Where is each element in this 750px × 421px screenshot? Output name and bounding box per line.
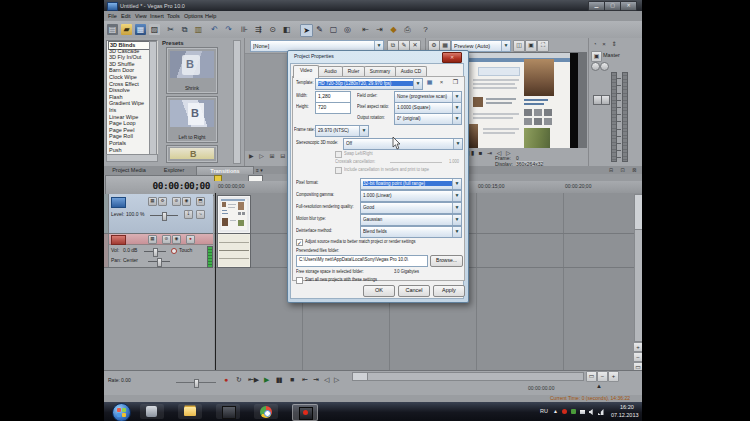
start-button[interactable] (112, 403, 131, 421)
prev-frame-button[interactable]: ◁ (324, 376, 329, 384)
audio-automation-icon[interactable] (171, 248, 177, 254)
time-display[interactable]: 00:00:00;00 (105, 175, 215, 196)
menu-edit[interactable]: Edit (121, 13, 130, 19)
tab-video[interactable]: Video (293, 65, 319, 78)
loop-button[interactable]: ↻ (236, 376, 242, 384)
menu-view[interactable]: View (135, 13, 147, 19)
ok-button[interactable]: OK (363, 285, 395, 297)
stereo-combo[interactable]: Off▼ (343, 138, 463, 150)
swap-checkbox[interactable] (335, 151, 342, 158)
video-track-header[interactable]: ▦ ⚙ ⊘ ◉ ⬒ Level: 100.0 % ↧ ⤷ (104, 194, 213, 234)
preset-thumb-3[interactable]: B (166, 145, 218, 163)
zoom-tool-icon[interactable]: ◎ (342, 24, 353, 35)
video-event[interactable] (218, 196, 250, 233)
master-mute-button[interactable] (591, 62, 600, 71)
menu-help[interactable]: Help (205, 13, 216, 19)
timeline-hscrollbar[interactable] (352, 372, 584, 381)
template-match-media-icon[interactable]: ❐ (451, 78, 460, 87)
transitions-list-hscrollbar[interactable] (106, 154, 158, 162)
taskbar-recorder[interactable] (292, 404, 318, 421)
blur-combo[interactable]: Gaussian▼ (360, 214, 462, 226)
timeline-zoom-edit-icon[interactable]: ▭ (586, 371, 597, 382)
timeline-vscrollbar[interactable] (634, 194, 642, 342)
audio-track-header[interactable]: ▦ ⊘ ◉ ● Vol: 0.0 dB Touch Pan: Center (104, 234, 213, 268)
transitions-list-scrollbar[interactable] (149, 41, 157, 155)
pause-button[interactable]: ▮▮ (276, 376, 282, 384)
audio-pan-slider[interactable] (148, 261, 170, 262)
quality-combo[interactable]: Good▼ (360, 202, 462, 214)
video-track-mute-icon[interactable]: ⊘ (172, 197, 181, 206)
paste-icon[interactable]: ▥ (193, 24, 204, 35)
master-fader-right[interactable] (601, 95, 610, 105)
trim-end-icon[interactable]: ⇥ (374, 24, 385, 35)
go-to-start-button[interactable]: ⇤ (302, 376, 308, 384)
tray-clock-date[interactable]: 07.12.2013 (611, 412, 639, 418)
video-track-solo-icon[interactable]: ◉ (182, 197, 191, 206)
rotation-combo[interactable]: 0° (original)▼ (394, 113, 462, 125)
next-frame-button[interactable]: ▷ (334, 376, 339, 384)
new-project-icon[interactable]: ▤ (107, 24, 118, 35)
tray-volume-icon[interactable] (588, 408, 595, 415)
video-level-slider[interactable] (150, 215, 178, 216)
template-save-icon[interactable]: ▦ (425, 78, 434, 87)
copy-icon[interactable]: ⧉ (179, 24, 190, 35)
master-bus-toolbar-icons[interactable]: ◔ × ⇕ (593, 40, 619, 47)
video-parent-icon[interactable]: ⤷ (196, 210, 205, 219)
marker-icon[interactable]: ◆ (388, 24, 399, 35)
audio-track-solo-icon[interactable]: ◉ (172, 235, 181, 244)
tray-update-icon[interactable] (570, 408, 577, 415)
presets-scrollbar[interactable] (233, 40, 241, 164)
preset-thumb-1[interactable]: B Shrink (166, 47, 218, 94)
template-delete-icon[interactable]: × (437, 78, 446, 87)
lock-envelopes-icon[interactable]: ⊙ (267, 24, 278, 35)
apply-button[interactable]: Apply (433, 285, 465, 297)
menu-file[interactable]: File (108, 13, 117, 19)
tab-explorer[interactable]: Explorer (156, 166, 192, 175)
envelope-tool-icon[interactable]: ✎ (314, 24, 325, 35)
video-track-automation-icon[interactable]: ⚙ (158, 197, 167, 206)
audio-track-fx-icon[interactable]: ▦ (148, 235, 157, 244)
height-field[interactable]: 720 (315, 102, 351, 114)
video-track-fx-icon[interactable]: ▦ (148, 197, 157, 206)
tray-show-hidden-icon[interactable]: ▲ (552, 408, 559, 415)
record-button[interactable]: ● (224, 376, 228, 383)
render-as-icon[interactable]: ⎙ (402, 24, 413, 35)
transition-item[interactable]: Push (108, 147, 149, 154)
browse-button[interactable]: Browse... (430, 255, 463, 267)
tray-recorder-icon[interactable] (561, 408, 568, 415)
properties-icon[interactable]: ▨ (149, 24, 160, 35)
dock-tab-more-icon[interactable]: ≡ ▾ (256, 167, 263, 173)
play-button[interactable]: ▶ (264, 376, 269, 384)
dock-bottom-icons[interactable]: ⊟ ⊡ ⊠ (609, 167, 639, 173)
deinterlace-combo[interactable]: Blend fields▼ (360, 226, 462, 238)
menu-insert[interactable]: Insert (150, 13, 164, 19)
video-track-bypass-icon[interactable]: ⬒ (196, 197, 205, 206)
start-all-checkbox[interactable] (296, 277, 303, 284)
redo-icon[interactable]: ↷ (223, 24, 234, 35)
normal-edit-tool-icon[interactable]: ➤ (300, 24, 313, 37)
pixel-format-combo[interactable]: 32-bit floating point (full range)▼ (360, 178, 462, 190)
plugin-transport-icons[interactable]: ▶ ▷ ⊞ ⊟ (249, 152, 287, 159)
tab-project-media[interactable]: Project Media (106, 166, 152, 175)
menu-options[interactable]: Options (184, 13, 203, 19)
timeline-zoom-in-vertical-icon[interactable]: + (633, 342, 642, 352)
taskbar-app-2[interactable] (216, 404, 240, 419)
crosstalk-slider[interactable] (390, 162, 442, 163)
taskbar-app-1[interactable] (140, 404, 164, 419)
go-to-end-button[interactable]: ⇥ (313, 376, 319, 384)
audio-event[interactable] (218, 234, 250, 267)
close-button[interactable]: ✕ (620, 1, 637, 11)
timeline-zoom-in-icon[interactable]: + (608, 371, 619, 382)
minimize-button[interactable]: ▁ (588, 1, 605, 11)
preview-copy-icon[interactable]: ⛶ (537, 40, 549, 52)
timeline-zoom-out-icon[interactable]: − (597, 371, 608, 382)
save-icon[interactable]: ▦ (135, 24, 146, 35)
preset-thumb-2[interactable]: B Left to Right (166, 96, 218, 143)
selection-tool-icon[interactable]: ▢ (328, 24, 339, 35)
stop-button[interactable]: ■ (290, 376, 294, 383)
tray-language[interactable]: RU (540, 408, 548, 414)
rate-slider[interactable] (176, 382, 216, 383)
preview-split-icon[interactable]: ◫ (513, 40, 525, 52)
taskbar-chrome[interactable] (254, 404, 278, 419)
audio-track-mute-icon[interactable]: ⊘ (162, 235, 171, 244)
